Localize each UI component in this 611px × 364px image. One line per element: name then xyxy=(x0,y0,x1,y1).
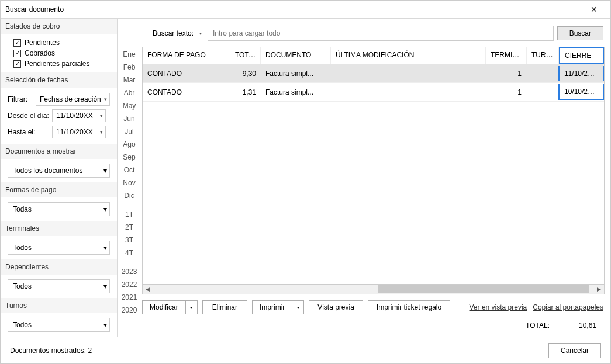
cell-term: 1 xyxy=(485,85,526,100)
th-modificacion[interactable]: ÚLTIMA MODIFICACIÓN xyxy=(331,47,486,64)
period-picker: EneFebMarAbrMayJunJulAgoSepOctNovDic1T2T… xyxy=(118,19,141,337)
eliminar-button[interactable]: Eliminar xyxy=(202,300,247,314)
cancel-button[interactable]: Cancelar xyxy=(548,343,601,358)
window-title: Buscar documento xyxy=(5,5,582,13)
documents-count: Documentos mostrados: 2 xyxy=(10,346,548,355)
period-Dic[interactable]: Dic xyxy=(124,189,134,202)
chevron-down-icon: ▾ xyxy=(100,113,103,119)
cell-term: 1 xyxy=(485,66,526,81)
select-value: Todos xyxy=(13,282,32,290)
filter-sidebar: Estados de cobro ✓ Pendientes ✓ Cobrados… xyxy=(1,19,118,337)
period-Ago[interactable]: Ago xyxy=(123,138,135,151)
cell-doc: Factura simpl... xyxy=(261,85,331,100)
cell-mod xyxy=(331,89,485,96)
scroll-right-icon[interactable]: ▶ xyxy=(594,285,604,294)
chk-label: Pendientes xyxy=(25,39,60,47)
table-header: FORMA DE PAGO TOTAL DOCUMENTO ÚLTIMA MOD… xyxy=(143,47,604,64)
period-Oct[interactable]: Oct xyxy=(124,164,135,176)
horizontal-scrollbar[interactable]: ◀ ▶ xyxy=(143,284,604,294)
chk-cobrados[interactable]: ✓ Cobrados xyxy=(8,48,110,58)
chk-pendientes-parciales[interactable]: ✓ Pendientes parciales xyxy=(8,58,110,69)
period-May[interactable]: May xyxy=(123,99,136,112)
cell-doc: Factura simpl... xyxy=(261,66,331,81)
period-Jul[interactable]: Jul xyxy=(125,125,133,138)
period-Feb[interactable]: Feb xyxy=(123,61,136,74)
cell-cierre: 10/10/20XX xyxy=(558,84,604,100)
section-turnos-title: Turnos xyxy=(1,298,117,313)
imprimir-button[interactable]: Imprimir xyxy=(252,300,292,314)
section-docs-title: Documentos a mostrar xyxy=(1,144,117,159)
chevron-down-icon: ▾ xyxy=(103,167,107,175)
hasta-label: Hasta el: xyxy=(8,128,49,136)
th-documento[interactable]: DOCUMENTO xyxy=(261,47,331,64)
footer: Documentos mostrados: 2 Cancelar xyxy=(1,337,610,363)
th-terminal[interactable]: TERMINAL xyxy=(486,47,527,64)
formas-select[interactable]: Todas ▾ xyxy=(8,202,110,216)
modificar-button[interactable]: Modificar xyxy=(142,300,186,314)
chevron-down-icon[interactable]: ▾ xyxy=(199,31,202,36)
period-2022[interactable]: 2022 xyxy=(122,278,137,291)
period-Sep[interactable]: Sep xyxy=(123,151,135,164)
select-value: Todas xyxy=(13,205,32,213)
period-2021[interactable]: 2021 xyxy=(122,291,137,304)
copiar-portapapeles-link[interactable]: Copiar al portapapeles xyxy=(533,303,603,311)
period-2020[interactable]: 2020 xyxy=(122,304,137,317)
select-value: Todos xyxy=(13,321,32,329)
dependientes-select[interactable]: Todos ▾ xyxy=(8,279,110,293)
period-Nov[interactable]: Nov xyxy=(123,176,135,189)
chk-pendientes[interactable]: ✓ Pendientes xyxy=(8,37,110,48)
content-area: Buscar texto: ▾ Buscar FORMA DE PAGO TOT… xyxy=(141,19,610,337)
th-cierre[interactable]: CIERRE xyxy=(559,47,605,64)
table-row[interactable]: CONTADO1,31Factura simpl...110/10/20XX xyxy=(143,83,604,102)
total-label: TOTAL: xyxy=(526,321,550,330)
docs-select[interactable]: Todos los documentos ▾ xyxy=(8,164,110,178)
th-total[interactable]: TOTAL xyxy=(230,47,261,64)
period-4T[interactable]: 4T xyxy=(125,247,133,259)
chk-label: Pendientes parciales xyxy=(25,60,89,68)
period-Abr[interactable]: Abr xyxy=(124,86,135,99)
vista-previa-button[interactable]: Vista previa xyxy=(309,300,363,314)
period-1T[interactable]: 1T xyxy=(125,208,133,221)
section-estados-title: Estados de cobro xyxy=(1,19,117,34)
turnos-select[interactable]: Todos ▾ xyxy=(8,318,110,332)
search-input[interactable] xyxy=(208,26,554,41)
hasta-date[interactable]: 11/10/20XX ▾ xyxy=(52,126,106,138)
chevron-down-icon: ▾ xyxy=(100,129,103,135)
period-2023[interactable]: 2023 xyxy=(122,265,137,278)
scroll-left-icon[interactable]: ◀ xyxy=(143,285,153,294)
chk-label: Cobrados xyxy=(25,49,55,57)
imprimir-dropdown[interactable]: ▾ xyxy=(292,300,304,314)
total-value: 10,61 xyxy=(579,321,596,330)
terminales-select[interactable]: Todos ▾ xyxy=(8,241,110,255)
ver-vista-previa-link[interactable]: Ver en vista previa xyxy=(470,303,527,311)
period-Mar[interactable]: Mar xyxy=(123,74,136,86)
section-dependientes-title: Dependientes xyxy=(1,259,117,275)
cell-total: 9,30 xyxy=(230,66,261,81)
section-fechas-title: Selección de fechas xyxy=(1,72,117,88)
cell-cierre: 11/10/20XX xyxy=(558,66,604,81)
scroll-thumb[interactable] xyxy=(378,285,589,293)
th-forma[interactable]: FORMA DE PAGO xyxy=(143,47,230,64)
cell-total: 1,31 xyxy=(230,85,261,100)
imprimir-ticket-button[interactable]: Imprimir ticket regalo xyxy=(368,300,450,314)
search-label: Buscar texto: xyxy=(153,29,194,37)
search-button[interactable]: Buscar xyxy=(557,26,603,40)
select-value: Todos los documentos xyxy=(13,167,82,175)
cell-forma: CONTADO xyxy=(143,85,230,100)
filtrar-select[interactable]: Fechas de creación ▾ xyxy=(36,93,110,106)
th-turno[interactable]: TURNO xyxy=(527,47,559,64)
period-Ene[interactable]: Ene xyxy=(123,48,135,61)
close-icon[interactable]: ✕ xyxy=(582,1,606,18)
chevron-down-icon: ▾ xyxy=(103,205,107,213)
desde-label: Desde el día: xyxy=(8,112,49,120)
select-value: 11/10/20XX xyxy=(56,112,93,120)
period-3T[interactable]: 3T xyxy=(125,234,133,247)
period-Jun[interactable]: Jun xyxy=(123,112,134,125)
desde-date[interactable]: 11/10/20XX ▾ xyxy=(52,109,106,122)
modificar-dropdown[interactable]: ▾ xyxy=(186,300,198,314)
checkbox-icon: ✓ xyxy=(13,60,21,68)
table-row[interactable]: CONTADO9,30Factura simpl...111/10/20XX xyxy=(143,64,604,83)
checkbox-icon: ✓ xyxy=(13,39,21,47)
section-formas-title: Formas de pago xyxy=(1,182,117,197)
period-2T[interactable]: 2T xyxy=(125,221,133,234)
